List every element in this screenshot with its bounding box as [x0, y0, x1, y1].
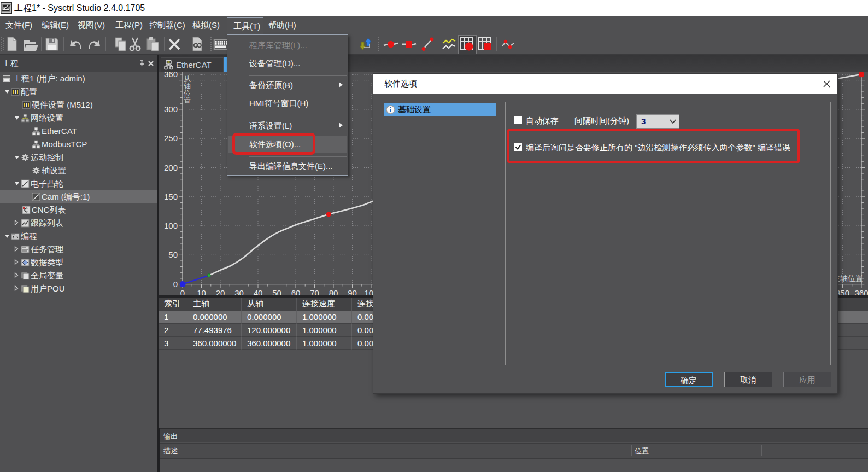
svg-text:20: 20 [216, 288, 225, 295]
svg-text:250: 250 [164, 133, 178, 143]
svg-text:70: 70 [310, 288, 319, 295]
svg-text:360: 360 [854, 288, 868, 295]
svg-text:80: 80 [329, 288, 338, 295]
svg-text:90: 90 [348, 288, 357, 295]
svg-text:0: 0 [173, 279, 178, 289]
svg-text:150: 150 [164, 192, 178, 201]
svg-text:10: 10 [197, 288, 206, 295]
svg-text:350: 350 [836, 288, 849, 295]
svg-text:50: 50 [272, 288, 281, 295]
svg-text:360: 360 [164, 72, 178, 79]
svg-text:30: 30 [234, 288, 244, 295]
svg-text:置: 置 [184, 96, 191, 104]
svg-text:200: 200 [164, 163, 178, 172]
svg-text:300: 300 [164, 104, 178, 114]
svg-text:40: 40 [254, 288, 263, 295]
svg-text:0: 0 [180, 288, 185, 295]
svg-text:100: 100 [164, 221, 178, 230]
svg-text:60: 60 [291, 288, 301, 295]
svg-text:50: 50 [168, 250, 178, 259]
